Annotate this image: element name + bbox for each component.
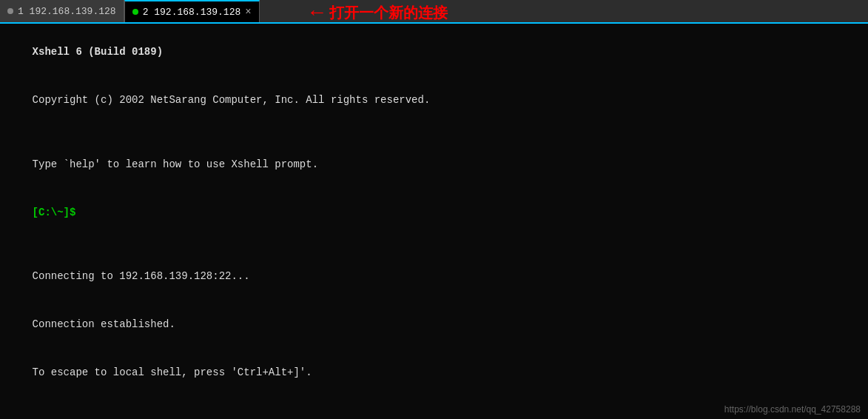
tab-bar: 1 192.168.139.128 2 192.168.139.128 × ← … [0, 0, 868, 24]
terminal-line-4: Type `help' to learn how to use Xshell p… [7, 141, 861, 189]
tab-close-button[interactable]: × [245, 6, 251, 18]
tab-2[interactable]: 2 192.168.139.128 × [124, 0, 260, 22]
tab-annotation: ← 打开一个新的连接 [311, 1, 448, 24]
terminal-line-1: Xshell 6 (Build 0189) [7, 28, 861, 76]
tab-dot-1 [7, 8, 13, 14]
terminal-line-3 [7, 124, 861, 141]
terminal-body: Xshell 6 (Build 0189) Copyright (c) 2002… [0, 24, 868, 419]
red-arrow-icon: ← [311, 1, 323, 24]
terminal-prompt-1: [C:\~]$ [7, 189, 861, 237]
watermark: https://blog.csdn.net/qq_42758288 [724, 404, 861, 415]
tab-1-label: 1 192.168.139.128 [18, 6, 116, 17]
terminal-line-2: Copyright (c) 2002 NetSarang Computer, I… [7, 76, 861, 124]
terminal-line-6: Connecting to 192.168.139.128:22... [7, 253, 861, 301]
terminal-blank-1 [7, 237, 861, 253]
tab-dot-2 [132, 9, 138, 15]
terminal-line-8: To escape to local shell, press 'Ctrl+Al… [7, 349, 861, 398]
terminal-line-7: Connection established. [7, 301, 861, 349]
tab-2-label: 2 192.168.139.128 [143, 7, 241, 18]
tab-1[interactable]: 1 192.168.139.128 [0, 0, 124, 22]
tab-annotation-text: 打开一个新的连接 [329, 3, 448, 23]
